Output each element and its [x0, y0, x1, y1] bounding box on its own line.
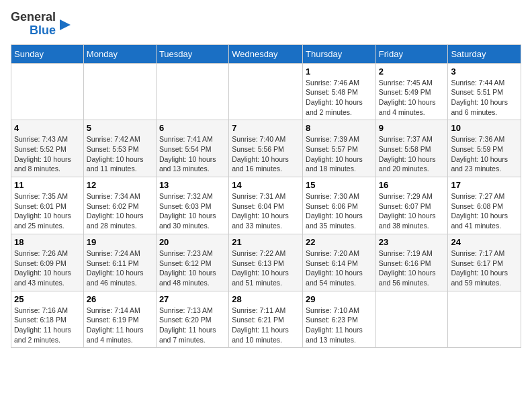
calendar-cell: 26Sunrise: 7:14 AM Sunset: 6:19 PM Dayli… [83, 291, 156, 348]
day-number: 20 [159, 237, 226, 247]
day-number: 27 [159, 294, 226, 304]
calendar-week-row: 1Sunrise: 7:46 AM Sunset: 5:48 PM Daylig… [11, 63, 521, 120]
day-info: Sunrise: 7:23 AM Sunset: 6:12 PM Dayligh… [159, 248, 226, 288]
calendar-cell: 14Sunrise: 7:31 AM Sunset: 6:04 PM Dayli… [229, 177, 303, 234]
day-info: Sunrise: 7:11 AM Sunset: 6:21 PM Dayligh… [232, 306, 300, 345]
day-info: Sunrise: 7:13 AM Sunset: 6:20 PM Dayligh… [159, 306, 226, 345]
day-number: 24 [451, 237, 518, 247]
calendar-cell: 25Sunrise: 7:16 AM Sunset: 6:18 PM Dayli… [11, 291, 84, 348]
day-info: Sunrise: 7:45 AM Sunset: 5:49 PM Dayligh… [379, 78, 445, 118]
day-number: 25 [14, 294, 81, 304]
calendar-week-row: 25Sunrise: 7:16 AM Sunset: 6:18 PM Dayli… [11, 291, 521, 348]
calendar-cell: 2Sunrise: 7:45 AM Sunset: 5:49 PM Daylig… [375, 63, 448, 120]
calendar-cell: 4Sunrise: 7:43 AM Sunset: 5:52 PM Daylig… [11, 120, 84, 177]
day-info: Sunrise: 7:34 AM Sunset: 6:02 PM Dayligh… [87, 191, 153, 231]
day-info: Sunrise: 7:24 AM Sunset: 6:11 PM Dayligh… [87, 248, 153, 288]
day-info: Sunrise: 7:26 AM Sunset: 6:09 PM Dayligh… [14, 248, 81, 288]
day-info: Sunrise: 7:30 AM Sunset: 6:06 PM Dayligh… [306, 191, 373, 231]
calendar-cell: 9Sunrise: 7:37 AM Sunset: 5:58 PM Daylig… [375, 120, 448, 177]
weekday-header: Sunday [11, 44, 84, 63]
calendar-cell: 11Sunrise: 7:35 AM Sunset: 6:01 PM Dayli… [11, 177, 84, 234]
weekday-header: Monday [83, 44, 156, 63]
day-number: 18 [14, 237, 81, 247]
day-number: 16 [379, 180, 445, 190]
day-info: Sunrise: 7:36 AM Sunset: 5:59 PM Dayligh… [451, 134, 518, 174]
calendar-header-row: SundayMondayTuesdayWednesdayThursdayFrid… [11, 44, 521, 63]
page-header: General Blue [11, 11, 521, 38]
day-info: Sunrise: 7:20 AM Sunset: 6:14 PM Dayligh… [306, 248, 373, 288]
day-info: Sunrise: 7:19 AM Sunset: 6:16 PM Dayligh… [379, 248, 445, 288]
day-info: Sunrise: 7:35 AM Sunset: 6:01 PM Dayligh… [14, 191, 81, 231]
day-number: 13 [159, 180, 226, 190]
calendar-cell [229, 63, 303, 120]
calendar-cell: 21Sunrise: 7:22 AM Sunset: 6:13 PM Dayli… [229, 234, 303, 291]
day-info: Sunrise: 7:14 AM Sunset: 6:19 PM Dayligh… [87, 306, 153, 345]
calendar-cell: 5Sunrise: 7:42 AM Sunset: 5:53 PM Daylig… [83, 120, 156, 177]
day-info: Sunrise: 7:32 AM Sunset: 6:03 PM Dayligh… [159, 191, 226, 231]
day-info: Sunrise: 7:40 AM Sunset: 5:56 PM Dayligh… [232, 134, 300, 174]
day-info: Sunrise: 7:39 AM Sunset: 5:57 PM Dayligh… [306, 134, 373, 174]
calendar-cell [448, 291, 521, 348]
day-number: 6 [159, 123, 226, 133]
day-number: 15 [306, 180, 373, 190]
calendar-cell: 22Sunrise: 7:20 AM Sunset: 6:14 PM Dayli… [303, 234, 376, 291]
calendar-cell: 15Sunrise: 7:30 AM Sunset: 6:06 PM Dayli… [303, 177, 376, 234]
day-info: Sunrise: 7:27 AM Sunset: 6:08 PM Dayligh… [451, 191, 518, 231]
weekday-header: Friday [375, 44, 448, 63]
calendar-cell [156, 63, 228, 120]
day-info: Sunrise: 7:41 AM Sunset: 5:54 PM Dayligh… [159, 134, 226, 174]
day-number: 8 [306, 123, 373, 133]
weekday-header: Saturday [448, 44, 521, 63]
day-info: Sunrise: 7:22 AM Sunset: 6:13 PM Dayligh… [232, 248, 300, 288]
day-number: 26 [87, 294, 153, 304]
day-number: 29 [306, 294, 373, 304]
day-number: 10 [451, 123, 518, 133]
calendar-cell: 16Sunrise: 7:29 AM Sunset: 6:07 PM Dayli… [375, 177, 448, 234]
calendar-cell: 17Sunrise: 7:27 AM Sunset: 6:08 PM Dayli… [448, 177, 521, 234]
calendar-cell [83, 63, 156, 120]
calendar-cell: 18Sunrise: 7:26 AM Sunset: 6:09 PM Dayli… [11, 234, 84, 291]
day-number: 28 [232, 294, 300, 304]
calendar-cell [375, 291, 448, 348]
day-number: 1 [306, 66, 373, 77]
calendar-cell: 7Sunrise: 7:40 AM Sunset: 5:56 PM Daylig… [229, 120, 303, 177]
calendar-cell: 24Sunrise: 7:17 AM Sunset: 6:17 PM Dayli… [448, 234, 521, 291]
weekday-header: Tuesday [156, 44, 228, 63]
weekday-header: Wednesday [229, 44, 303, 63]
day-number: 4 [14, 123, 81, 133]
calendar-cell: 10Sunrise: 7:36 AM Sunset: 5:59 PM Dayli… [448, 120, 521, 177]
day-info: Sunrise: 7:44 AM Sunset: 5:51 PM Dayligh… [451, 78, 518, 118]
day-info: Sunrise: 7:42 AM Sunset: 5:53 PM Dayligh… [87, 134, 153, 174]
day-info: Sunrise: 7:43 AM Sunset: 5:52 PM Dayligh… [14, 134, 81, 174]
calendar-week-row: 11Sunrise: 7:35 AM Sunset: 6:01 PM Dayli… [11, 177, 521, 234]
calendar-cell: 19Sunrise: 7:24 AM Sunset: 6:11 PM Dayli… [83, 234, 156, 291]
logo-text: General [11, 11, 56, 24]
weekday-header: Thursday [303, 44, 376, 63]
day-info: Sunrise: 7:31 AM Sunset: 6:04 PM Dayligh… [232, 191, 300, 231]
day-number: 5 [87, 123, 153, 133]
day-info: Sunrise: 7:29 AM Sunset: 6:07 PM Dayligh… [379, 191, 445, 231]
calendar-cell: 8Sunrise: 7:39 AM Sunset: 5:57 PM Daylig… [303, 120, 376, 177]
calendar-cell: 23Sunrise: 7:19 AM Sunset: 6:16 PM Dayli… [375, 234, 448, 291]
day-number: 23 [379, 237, 445, 247]
calendar-table: SundayMondayTuesdayWednesdayThursdayFrid… [11, 44, 521, 349]
calendar-cell [11, 63, 84, 120]
day-number: 11 [14, 180, 81, 190]
calendar-cell: 20Sunrise: 7:23 AM Sunset: 6:12 PM Dayli… [156, 234, 228, 291]
day-info: Sunrise: 7:46 AM Sunset: 5:48 PM Dayligh… [306, 78, 373, 118]
calendar-cell: 6Sunrise: 7:41 AM Sunset: 5:54 PM Daylig… [156, 120, 228, 177]
day-number: 19 [87, 237, 153, 247]
day-number: 17 [451, 180, 518, 190]
day-number: 3 [451, 66, 518, 77]
calendar-week-row: 18Sunrise: 7:26 AM Sunset: 6:09 PM Dayli… [11, 234, 521, 291]
day-number: 2 [379, 66, 445, 77]
calendar-week-row: 4Sunrise: 7:43 AM Sunset: 5:52 PM Daylig… [11, 120, 521, 177]
day-info: Sunrise: 7:16 AM Sunset: 6:18 PM Dayligh… [14, 306, 81, 345]
calendar-cell: 27Sunrise: 7:13 AM Sunset: 6:20 PM Dayli… [156, 291, 228, 348]
logo-text2: Blue [30, 24, 56, 38]
day-number: 21 [232, 237, 300, 247]
day-number: 22 [306, 237, 373, 247]
calendar-cell: 12Sunrise: 7:34 AM Sunset: 6:02 PM Dayli… [83, 177, 156, 234]
calendar-cell: 13Sunrise: 7:32 AM Sunset: 6:03 PM Dayli… [156, 177, 228, 234]
day-number: 9 [379, 123, 445, 133]
